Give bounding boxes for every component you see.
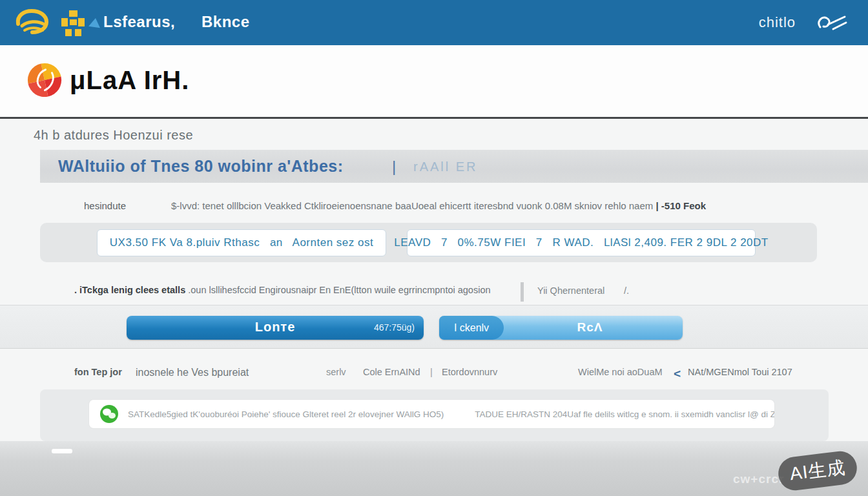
agreement-text-bold: . iTckga lenig clees etalls [74, 285, 188, 295]
notification-message-right: TADUE EH/RASTN 204Uaf fle delils witlcg … [475, 409, 775, 419]
signature-icon[interactable] [815, 12, 849, 34]
footer-link-2[interactable]: inosnele he Ves bpureiat [136, 367, 249, 378]
notification-panel: SATKedle5gied tK'ouoburéoi Poiehe' sfiou… [40, 389, 829, 441]
brand-band: μLaA IrH. [0, 45, 868, 119]
info-row-text: $-lvvd: tenet olllbcion Veakked Ctkliroe… [171, 200, 830, 211]
agreement-text-rest: .oun lsllihesfccid Engirousnaipr En EnE(… [188, 285, 490, 295]
breadcrumb: 4h b atdures Hoenzui rese [34, 128, 193, 143]
info-row-text-bold: | -510 Feok [656, 200, 706, 211]
wechat-green-icon [99, 404, 119, 424]
footer-links-divider: | [430, 367, 433, 377]
bottom-dash-indicator [52, 449, 72, 453]
buttons-band: Lonтe 467:75üg) I ckenlv RcΛ [0, 305, 868, 349]
section-title: WAltuiio of Tnes 80 wobinr a'Atbes: [58, 157, 344, 176]
page: Lsfearus, Bknce chitlo μLaA IrH. [0, 0, 868, 496]
bottom-faint-text: cw+crcr [733, 472, 784, 486]
topbar-right-link[interactable]: chitlo [759, 14, 796, 31]
footer-link-3[interactable]: serlv [326, 367, 346, 377]
footer-link-6[interactable]: WielMe noi aoDuaM [578, 367, 663, 377]
puzzle-blocks-icon[interactable] [59, 10, 87, 37]
agreement-text: . iTckga lenig clees etalls .oun lsllihe… [74, 285, 520, 295]
info-row-text-main: $-lvvd: tenet olllbcion Veakked Ctkliroe… [171, 200, 656, 211]
nav-item-2[interactable]: Bknce [202, 13, 250, 31]
color-blob-logo-icon [23, 58, 67, 103]
notification-bar: SATKedle5gied tK'ouoburéoi Poiehe' sfiou… [88, 399, 775, 429]
chevron-left-icon[interactable]: < [674, 367, 681, 381]
option-box-1[interactable]: UX3.50 FK Va 8.pluiv Rthasc an Aornten s… [97, 229, 386, 256]
options-panel: UX3.50 FK Va 8.pluiv Rthasc an Aornten s… [40, 223, 817, 262]
secondary-button-left-segment[interactable]: I ckenlv [439, 316, 504, 340]
footer-link-5[interactable]: Etordovnnurv [442, 367, 497, 377]
footer-link-1: fon Tep jor [74, 367, 122, 377]
primary-button[interactable]: Lonтe 467:75üg) [127, 316, 424, 340]
nav-item-2-label: Bknce [202, 13, 250, 30]
secondary-button[interactable]: I ckenlv RcΛ [439, 316, 683, 340]
top-navigation-bar: Lsfearus, Bknce chitlo [0, 0, 868, 45]
option-box-2[interactable]: LEAVD 7 0%.75W FIEI 7 R WAD. LlASl 2,409… [407, 229, 756, 256]
logo-text: μLaA IrH. [70, 66, 189, 95]
notification-message-left: SATKedle5gied tK'ouoburéoi Poiehe' sfiou… [128, 409, 444, 419]
bird-swirl-icon[interactable] [14, 8, 49, 37]
title-divider: | [392, 158, 396, 176]
agreement-divider [521, 282, 524, 302]
nav-item-1-label: Lsfearus, [103, 13, 175, 30]
ai-generated-watermark: AI生成 [776, 450, 858, 492]
nav-item-1[interactable]: Lsfearus, [103, 13, 175, 31]
agreement-side-text: Yii Qhernenteral [537, 285, 604, 296]
triangle-flag-icon [88, 17, 101, 28]
primary-button-badge: 467:75üg) [374, 322, 415, 333]
footer-link-4[interactable]: Cole ErnAINd [363, 367, 420, 377]
bottom-bar: cw+crcr AI生成 [0, 441, 868, 496]
footer-pagination: NAt/MGENmol Toui 2107 [688, 367, 792, 377]
info-row-label: hesindute [84, 200, 126, 211]
section-subtitle: rAAll ER [413, 160, 478, 174]
secondary-button-label: RcΛ [497, 320, 683, 335]
agreement-side-mark: /. [624, 285, 629, 296]
section-title-bar: WAltuiio of Tnes 80 wobinr a'Atbes: | rA… [40, 150, 868, 183]
